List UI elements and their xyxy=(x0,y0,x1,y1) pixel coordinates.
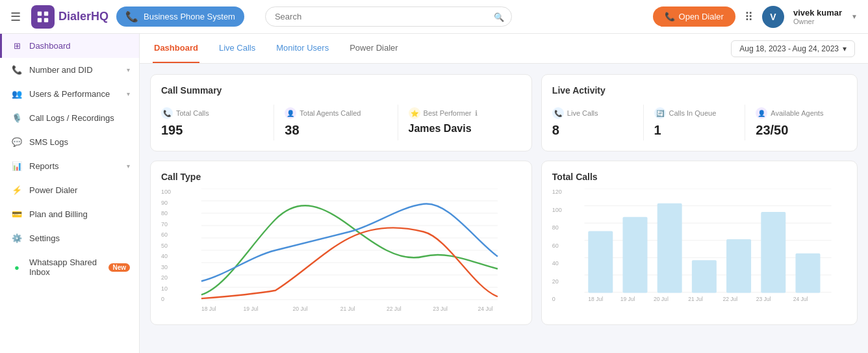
sidebar-item-settings[interactable]: ⚙️ Settings xyxy=(0,226,139,250)
tabs-bar: Dashboard Live Calls Monitor Users Power… xyxy=(140,34,868,64)
y-label: 100 xyxy=(161,189,175,195)
sidebar-item-users-performance[interactable]: 👥 Users & Performance ▾ xyxy=(0,82,139,106)
y-label: 60 xyxy=(552,242,567,249)
total-calls-value: 195 xyxy=(161,123,263,138)
search-icon: 🔍 xyxy=(494,12,504,21)
sidebar-item-plan-billing[interactable]: 💳 Plan and Billing xyxy=(0,202,139,226)
x-label: 22 Jul xyxy=(387,306,402,312)
live-calls-label: 📞 Live Calls xyxy=(552,107,633,119)
calendar-chevron-icon: ▾ xyxy=(843,44,847,53)
sidebar-item-dashboard[interactable]: ⊞ Dashboard xyxy=(0,34,139,58)
total-calls-label: 📞 Total Calls xyxy=(161,107,263,119)
y-label: 60 xyxy=(161,231,175,238)
phone-metric-icon: 📞 xyxy=(161,107,173,119)
y-label: 0 xyxy=(552,296,567,302)
total-agents-label: 👤 Total Agents Called xyxy=(285,107,387,119)
billing-icon: 💳 xyxy=(11,209,23,219)
bar-3 xyxy=(657,203,682,293)
call-summary-title: Call Summary xyxy=(161,85,521,96)
best-performer-metric: ⭐ Best Performer ℹ James Davis xyxy=(398,105,521,140)
tab-live-calls[interactable]: Live Calls xyxy=(218,34,257,63)
main-content: Dashboard Live Calls Monitor Users Power… xyxy=(140,34,868,353)
bar-5 xyxy=(726,239,751,293)
hamburger-menu[interactable]: ☰ xyxy=(10,10,21,24)
dashboard-icon: ⊞ xyxy=(11,41,23,51)
live-activity-card: Live Activity 📞 Live Calls 8 🔄 xyxy=(541,74,858,151)
info-icon: ℹ xyxy=(475,109,478,118)
x-label: 21 Jul xyxy=(340,306,355,312)
business-name: Business Phone System xyxy=(144,12,235,21)
logo-text: DialerHQ xyxy=(58,10,108,23)
main-layout: ⊞ Dashboard 📞 Number and DID ▾ 👥 Users &… xyxy=(0,34,868,353)
calls-in-queue-value: 1 xyxy=(654,123,735,138)
date-range-picker[interactable]: Aug 18, 2023 - Aug 24, 2023 ▾ xyxy=(731,40,855,57)
tab-dashboard[interactable]: Dashboard xyxy=(153,34,199,63)
x-label: 23 Jul xyxy=(433,306,448,312)
sidebar-item-sms-logs[interactable]: 💬 SMS Logs xyxy=(0,130,139,154)
reports-icon: 📊 xyxy=(11,161,23,171)
call-type-chart-card: Call Type 0 10 20 30 40 50 60 70 80 xyxy=(150,161,532,325)
power-dialer-icon: ⚡ xyxy=(11,185,23,195)
y-label: 120 xyxy=(552,189,567,195)
sidebar-label-reports: Reports xyxy=(29,161,120,171)
dialer-icon: 📞 xyxy=(665,12,675,21)
sidebar-item-number-did[interactable]: 📞 Number and DID ▾ xyxy=(0,58,139,82)
available-agents-metric: 👤 Available Agents 23/50 xyxy=(745,105,847,140)
x-label: 18 Jul xyxy=(201,306,216,312)
y-label: 80 xyxy=(161,210,175,216)
y-label: 80 xyxy=(552,224,567,231)
chevron-down-icon: ▾ xyxy=(127,163,130,170)
search-input[interactable] xyxy=(265,7,512,27)
chevron-down-icon: ▾ xyxy=(127,90,130,98)
logo: DialerHQ xyxy=(31,5,108,29)
user-role: Owner xyxy=(793,18,842,25)
y-label: 20 xyxy=(161,274,175,281)
sidebar: ⊞ Dashboard 📞 Number and DID ▾ 👥 Users &… xyxy=(0,34,140,353)
sidebar-label-plan-billing: Plan and Billing xyxy=(29,209,130,219)
open-dialer-label: Open Dialer xyxy=(679,12,724,21)
sidebar-label-users-performance: Users & Performance xyxy=(29,89,120,99)
business-selector[interactable]: 📞 Business Phone System xyxy=(116,7,244,27)
apps-grid-icon[interactable]: ⠿ xyxy=(745,10,753,24)
agents-icon: 👤 xyxy=(756,107,767,119)
avatar[interactable]: V xyxy=(762,6,784,28)
user-menu-chevron[interactable]: ▼ xyxy=(851,13,858,20)
sidebar-label-number-did: Number and DID xyxy=(29,65,120,75)
gear-icon: ⚙️ xyxy=(11,233,23,243)
open-dialer-button[interactable]: 📞 Open Dialer xyxy=(653,7,735,27)
summary-cards-row: Call Summary 📞 Total Calls 195 👤 xyxy=(150,74,858,151)
tab-power-dialer[interactable]: Power Dialer xyxy=(348,34,399,63)
sidebar-label-power-dialer: Power Dialer xyxy=(29,185,130,195)
calls-in-queue-metric: 🔄 Calls In Queue 1 xyxy=(644,105,746,140)
queue-icon: 🔄 xyxy=(654,107,666,119)
calls-in-queue-label: 🔄 Calls In Queue xyxy=(654,107,735,119)
phone-icon: 📞 xyxy=(11,65,23,75)
sidebar-item-power-dialer[interactable]: ⚡ Power Dialer xyxy=(0,178,139,202)
bar-7 xyxy=(795,254,820,293)
x-label: 21 Jul xyxy=(688,296,703,302)
svg-rect-0 xyxy=(38,11,42,15)
call-type-chart-svg-wrap: 18 Jul 19 Jul 20 Jul 21 Jul 22 Jul 23 Ju… xyxy=(178,189,521,314)
sidebar-item-call-logs[interactable]: 🎙️ Call Logs / Recordings xyxy=(0,106,139,130)
x-label: 24 Jul xyxy=(478,306,493,312)
search-bar: 🔍 xyxy=(265,7,512,27)
bar-1 xyxy=(588,231,613,293)
y-label: 0 xyxy=(161,296,175,302)
live-phone-icon: 📞 xyxy=(552,107,564,119)
user-info: vivek kumar Owner xyxy=(793,8,842,25)
y-label: 50 xyxy=(161,242,175,249)
total-calls-svg: 18 Jul 19 Jul 20 Jul 21 Jul 22 Jul 23 Ju… xyxy=(569,189,847,312)
sidebar-item-whatsapp[interactable]: ● Whatsapp Shared Inbox New xyxy=(0,250,139,284)
live-calls-metric: 📞 Live Calls 8 xyxy=(552,105,644,140)
star-metric-icon: ⭐ xyxy=(409,107,420,119)
live-calls-value: 8 xyxy=(552,123,633,138)
summary-metrics: 📞 Total Calls 195 👤 Total Agents Called … xyxy=(161,105,521,140)
total-agents-value: 38 xyxy=(285,123,387,138)
x-label: 23 Jul xyxy=(756,296,771,302)
sidebar-label-call-logs: Call Logs / Recordings xyxy=(29,113,130,123)
sidebar-item-reports[interactable]: 📊 Reports ▾ xyxy=(0,154,139,178)
available-agents-label: 👤 Available Agents xyxy=(756,107,836,119)
tab-monitor-users[interactable]: Monitor Users xyxy=(275,34,330,63)
total-calls-chart-svg-wrap: 18 Jul 19 Jul 20 Jul 21 Jul 22 Jul 23 Ju… xyxy=(569,189,847,314)
x-label: 24 Jul xyxy=(793,296,808,302)
